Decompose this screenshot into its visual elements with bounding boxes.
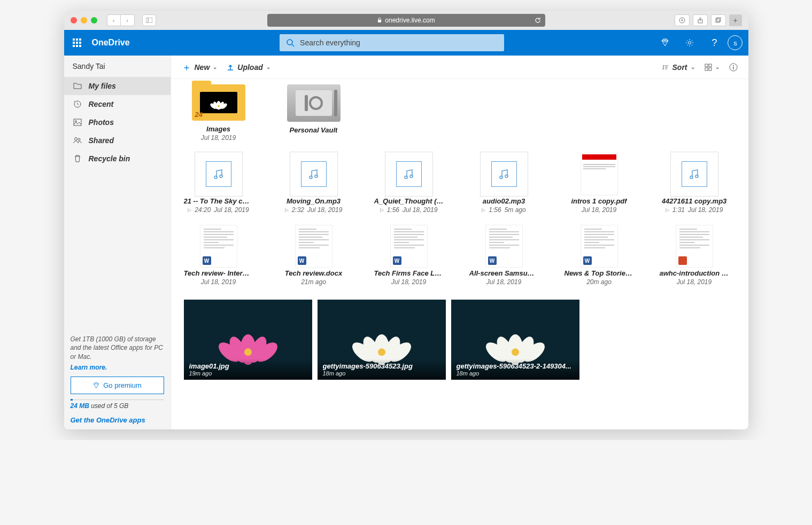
file-meta: 21m ago	[301, 278, 326, 286]
document-thumb: W	[581, 225, 618, 268]
file-name: A_Quiet_Thought (1)....	[374, 197, 444, 205]
music-icon	[396, 161, 422, 187]
document-thumb: W	[295, 225, 332, 268]
file-meta: Jul 18, 2019	[391, 278, 426, 286]
search-box[interactable]	[280, 34, 504, 51]
tabs-button[interactable]	[711, 14, 726, 26]
get-apps-link[interactable]: Get the OneDrive apps	[71, 416, 164, 424]
file-meta: ▷24:20Jul 18, 2019	[188, 206, 249, 214]
svg-point-49	[378, 348, 385, 356]
info-button[interactable]	[729, 63, 738, 72]
address-bar[interactable]: onedrive.live.com	[267, 14, 545, 27]
image-tile[interactable]: image01.jpg19m ago	[184, 300, 312, 380]
svg-rect-17	[705, 68, 708, 70]
file-tile[interactable]: 21 -- To The Sky copy ...▷24:20Jul 18, 2…	[184, 155, 253, 214]
close-window-button[interactable]	[71, 17, 77, 23]
minimize-window-button[interactable]	[81, 17, 87, 23]
maximize-window-button[interactable]	[91, 17, 97, 23]
music-icon	[491, 161, 517, 187]
svg-point-7	[287, 40, 292, 45]
svg-point-29	[220, 175, 222, 178]
file-meta: Jul 18, 2019	[201, 278, 236, 286]
svg-point-36	[690, 176, 693, 179]
account-avatar[interactable]: s	[728, 35, 743, 50]
document-thumb: W	[200, 225, 237, 268]
file-thumb	[670, 152, 718, 197]
settings-button[interactable]	[678, 30, 701, 56]
file-name: Tech review.docx	[285, 269, 342, 277]
svg-rect-16	[709, 64, 712, 67]
sidebar: Sandy Tai My filesRecentPhotosSharedRecy…	[64, 56, 171, 429]
file-name: Tech Firms Face Lawm...	[374, 269, 444, 277]
file-tile[interactable]: 44271611 copy.mp3▷1:31Jul 18, 2019	[660, 155, 729, 214]
image-name: gettyimages-590634523.jpg	[323, 362, 440, 370]
sidebar-item-my-files[interactable]: My files	[64, 77, 171, 95]
app-window: ‹ › onedrive.live.com + OneDrive	[64, 11, 748, 429]
sidebar-item-shared[interactable]: Shared	[64, 131, 171, 150]
file-tile[interactable]: intros 1 copy.pdfJul 18, 2019	[564, 155, 634, 214]
file-meta: Jul 18, 2019	[677, 278, 712, 286]
svg-point-32	[405, 176, 407, 179]
upload-button[interactable]: Upload⌄	[227, 63, 270, 72]
new-button[interactable]: ＋New⌄	[182, 61, 218, 74]
folder-tile[interactable]: Personal Vault	[279, 84, 349, 142]
storage-used: 24 MB	[71, 402, 89, 410]
file-tile[interactable]: A_Quiet_Thought (1)....▷1:56Jul 18, 2019	[374, 155, 444, 214]
file-tile[interactable]: audio02.mp3▷1:565m ago	[469, 155, 539, 214]
learn-more-link[interactable]: Learn more.	[71, 364, 164, 371]
svg-point-30	[310, 176, 312, 179]
lock-icon	[377, 18, 382, 23]
file-tile[interactable]: WTech review- Interesti...Jul 18, 2019	[184, 228, 253, 286]
sidebar-toggle-button[interactable]	[142, 14, 156, 26]
file-tile[interactable]: awhc-introduction 1 c...Jul 18, 2019	[660, 228, 729, 286]
file-tile[interactable]: WAll-screen Samsung G...Jul 18, 2019	[469, 228, 539, 286]
reload-icon[interactable]	[535, 17, 541, 23]
svg-point-31	[315, 175, 318, 178]
svg-line-8	[292, 44, 294, 46]
search-icon	[286, 38, 295, 47]
svg-point-20	[733, 65, 734, 66]
image-tile[interactable]: gettyimages-590634523-2-149304...18m ago	[451, 300, 579, 380]
trash-icon	[73, 154, 82, 163]
document-thumb	[676, 225, 713, 268]
storage-total: used of 5 GB	[89, 402, 128, 410]
file-meta: ▷1:31Jul 18, 2019	[666, 206, 723, 214]
file-tile[interactable]: WTech review.docx21m ago	[279, 228, 349, 286]
svg-point-43	[244, 348, 252, 356]
svg-point-55	[512, 348, 519, 356]
sidebar-item-photos[interactable]: Photos	[64, 113, 171, 131]
diamond-icon	[660, 38, 670, 48]
go-premium-button[interactable]: Go premium	[71, 377, 164, 394]
svg-point-27	[218, 105, 220, 107]
file-thumb	[290, 152, 338, 197]
svg-rect-2	[378, 20, 381, 22]
search-input[interactable]	[300, 38, 498, 47]
sidebar-item-recycle-bin[interactable]: Recycle bin	[64, 150, 171, 168]
forward-button[interactable]: ›	[121, 14, 135, 26]
sidebar-item-recent[interactable]: Recent	[64, 95, 171, 113]
svg-rect-15	[705, 64, 708, 67]
file-meta: Jul 18, 2019	[582, 206, 616, 214]
help-button[interactable]: ?	[703, 30, 725, 56]
folder-tile[interactable]: 24ImagesJul 18, 2019	[184, 84, 253, 142]
sort-button[interactable]: Sort⌄	[662, 63, 695, 72]
file-tile[interactable]: WTech Firms Face Lawm...Jul 18, 2019	[374, 228, 444, 286]
premium-button[interactable]	[654, 30, 676, 56]
app-title: OneDrive	[92, 38, 130, 48]
svg-point-33	[410, 175, 413, 178]
svg-point-14	[78, 138, 80, 140]
view-button[interactable]: ⌄	[705, 64, 720, 71]
file-tile[interactable]: WNews & Top Stories.d...20m ago	[564, 228, 634, 286]
file-tile[interactable]: Moving_On.mp3▷2:32Jul 18, 2019	[279, 155, 349, 214]
file-meta: 20m ago	[586, 278, 612, 286]
share-button[interactable]	[693, 14, 708, 26]
downloads-button[interactable]	[675, 14, 690, 26]
storage-meter: 24 MB used of 5 GB	[71, 399, 164, 410]
folder-icon	[73, 82, 82, 90]
app-launcher-button[interactable]	[64, 30, 90, 56]
back-button[interactable]: ‹	[107, 14, 121, 26]
image-tile[interactable]: gettyimages-590634523.jpg18m ago	[318, 300, 446, 380]
new-tab-button[interactable]: +	[729, 14, 742, 26]
svg-point-28	[214, 176, 217, 179]
waffle-icon	[73, 38, 81, 47]
